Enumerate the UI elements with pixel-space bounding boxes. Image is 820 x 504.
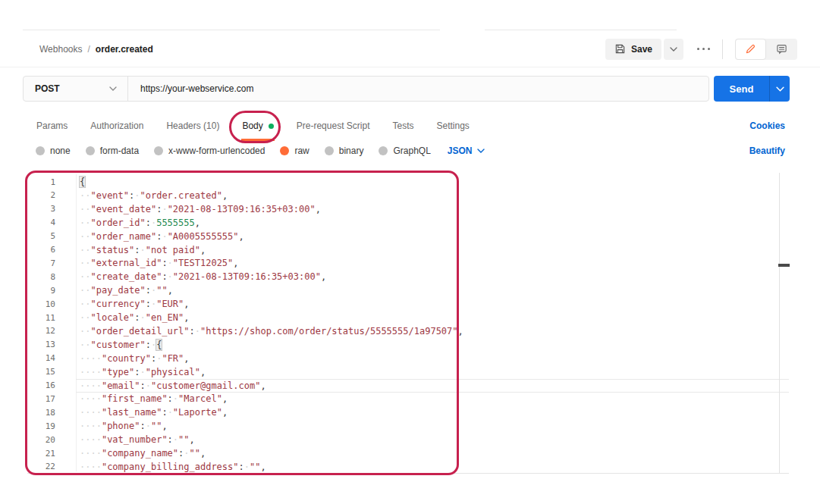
comment-button[interactable] — [766, 39, 797, 60]
language-label: JSON — [448, 146, 473, 156]
tab-label: Body — [242, 121, 262, 131]
tab-label: Pre-request Script — [297, 121, 370, 131]
code-editor[interactable]: 1{2··"event":·"order.created",3··"event_… — [27, 173, 789, 474]
save-icon — [614, 43, 626, 55]
code-line: 2··"event":·"order.created", — [27, 189, 789, 202]
beautify-link[interactable]: Beautify — [749, 141, 785, 161]
body-type-binary[interactable]: binary — [325, 146, 364, 156]
scrollbar-thumb[interactable] — [778, 264, 790, 267]
send-split-button: Send — [714, 76, 790, 102]
method-label: POST — [35, 83, 60, 94]
chevron-down-icon — [670, 47, 677, 52]
radio-icon — [280, 146, 289, 155]
line-number: 4 — [27, 218, 76, 227]
radio-icon — [379, 146, 388, 155]
tab-authorization[interactable]: Authorization — [90, 111, 143, 141]
line-number: 19 — [27, 421, 76, 431]
tab-settings[interactable]: Settings — [437, 111, 470, 141]
line-number: 20 — [27, 435, 76, 445]
breadcrumb-collection[interactable]: Webhooks — [39, 44, 82, 55]
postman-app: Webhooks / order.created Save — [0, 0, 820, 504]
radio-icon — [36, 146, 45, 155]
code-text: ··"order_detail_url":·"https://shop.com/… — [76, 326, 463, 337]
tab-pre-request-script[interactable]: Pre-request Script — [297, 111, 370, 141]
tab-label: Headers (10) — [166, 121, 219, 131]
body-type-bar: noneform-datax-www-form-urlencodedrawbin… — [23, 141, 797, 161]
code-line: 20····"vat_number":·"", — [27, 433, 789, 446]
code-text: ····"email":·"customer@gmail.com", — [76, 380, 266, 391]
line-number: 9 — [27, 286, 76, 296]
edit-mode-button[interactable] — [735, 39, 766, 60]
tabs: ParamsAuthorizationHeaders (10)BodyPre-r… — [23, 111, 797, 141]
request-header: Webhooks / order.created Save — [23, 36, 797, 62]
tab-label: Authorization — [90, 121, 143, 131]
code-line: 1{ — [27, 175, 789, 189]
chevron-down-icon — [477, 149, 485, 153]
send-button[interactable]: Send — [714, 76, 769, 102]
radio-icon — [86, 146, 95, 155]
line-number: 8 — [27, 272, 76, 282]
header-divider — [0, 67, 820, 67]
radio-icon — [154, 146, 163, 155]
code-text: ····"company_name":·"", — [76, 448, 206, 459]
code-text: ····"phone":·"", — [76, 421, 168, 431]
tab-headers-10[interactable]: Headers (10) — [166, 111, 219, 141]
line-number: 22 — [27, 462, 76, 471]
body-type-x-www-form-urlencoded[interactable]: x-www-form-urlencoded — [154, 146, 265, 156]
tab-params[interactable]: Params — [36, 111, 68, 141]
line-number: 16 — [27, 380, 76, 390]
code-text: ··"pay_date":·"", — [76, 285, 173, 296]
code-text: ··"event_date":·"2021-08-13T09:16:35+03:… — [76, 204, 321, 214]
radio-icon — [325, 146, 334, 155]
body-type-label: binary — [339, 146, 364, 156]
language-select[interactable]: JSON — [448, 146, 485, 156]
code-text: ··"locale":·"en_EN", — [76, 312, 190, 323]
breadcrumb-request-name[interactable]: order.created — [96, 44, 153, 55]
tabbar-border-right — [485, 30, 677, 30]
code-text: ··"customer":·{ — [76, 340, 162, 350]
line-number: 1 — [27, 177, 76, 187]
cookies-link[interactable]: Cookies — [749, 111, 785, 141]
line-number: 18 — [27, 408, 76, 418]
unsaved-dot-icon — [269, 124, 274, 129]
code-text: ··"event":·"order.created", — [76, 190, 228, 201]
code-line: 22····"company_billing_address":·"", — [27, 460, 789, 474]
line-number: 15 — [27, 367, 76, 377]
body-type-label: GraphQL — [393, 146, 430, 156]
code-line: 10··"currency":·"EUR", — [27, 297, 789, 311]
body-type-form-data[interactable]: form-data — [86, 146, 139, 156]
breadcrumb: Webhooks / order.created — [23, 44, 153, 55]
code-line: 3··"event_date":·"2021-08-13T09:16:35+03… — [27, 202, 789, 216]
url-input[interactable]: https://your-webservice.com — [128, 83, 253, 94]
line-number: 7 — [27, 258, 76, 268]
tab-label: Params — [36, 121, 68, 131]
code-line: 15····"type":·"physical", — [27, 365, 789, 379]
body-type-graphql[interactable]: GraphQL — [379, 146, 430, 156]
request-tabs-row: ParamsAuthorizationHeaders (10)BodyPre-r… — [23, 111, 797, 141]
code-line: 21····"company_name":·"", — [27, 446, 789, 460]
method-select[interactable]: POST — [24, 77, 128, 101]
chevron-down-icon — [109, 86, 117, 91]
url-bar: POST https://your-webservice.com — [23, 76, 709, 102]
comment-icon — [776, 43, 787, 55]
tab-body[interactable]: Body — [242, 111, 273, 141]
save-options-button[interactable] — [664, 39, 683, 60]
line-number: 13 — [27, 340, 76, 349]
tabbar-border-left — [23, 30, 440, 30]
code-line: 17····"first_name":·"Marcel", — [27, 392, 789, 405]
more-actions-button[interactable] — [697, 39, 710, 60]
code-text: ··"status":·"not paid", — [76, 245, 206, 255]
line-number: 5 — [27, 231, 76, 241]
code-line: 19····"phone":·"", — [27, 419, 789, 433]
send-options-button[interactable] — [769, 76, 790, 102]
tab-tests[interactable]: Tests — [392, 111, 413, 141]
code-line: 9··"pay_date":·"", — [27, 283, 789, 297]
code-line: 18····"last_name":·"Laporte", — [27, 405, 789, 419]
code-text: ····"last_name":·"Laporte", — [76, 407, 228, 418]
save-button[interactable]: Save — [605, 39, 661, 60]
code-text: ··"currency":·"EUR", — [76, 299, 190, 309]
body-type-none[interactable]: none — [36, 146, 71, 156]
body-type-raw[interactable]: raw — [280, 146, 309, 156]
code-line: 13··"customer":·{ — [27, 338, 789, 352]
line-number: 10 — [27, 299, 76, 309]
